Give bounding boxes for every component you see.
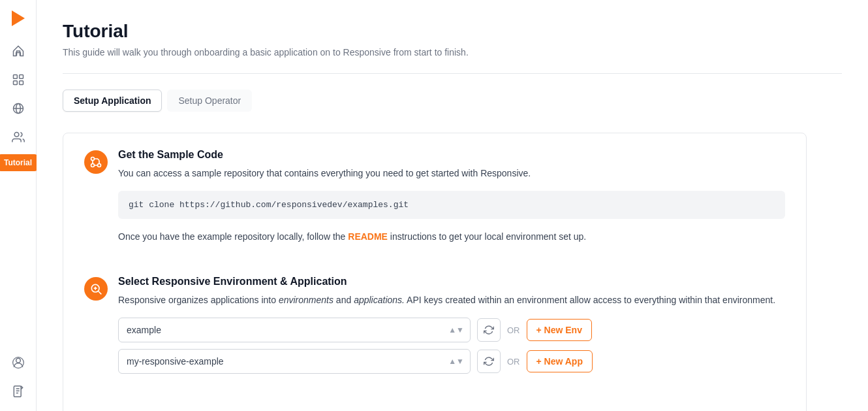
env-refresh-button[interactable]	[477, 318, 501, 342]
tab-bar: Setup Application Setup Operator	[63, 90, 842, 112]
svg-rect-4	[19, 81, 23, 85]
sidebar-item-globe[interactable]	[7, 97, 30, 120]
step-2-content: Select Responsive Environment & Applicat…	[118, 276, 785, 380]
svg-rect-2	[19, 75, 23, 79]
page-subtitle: This guide will walk you through onboard…	[63, 47, 842, 58]
svg-point-8	[14, 133, 19, 137]
step-2-description: Responsive organizes applications into e…	[118, 293, 785, 307]
step-1-title: Get the Sample Code	[118, 149, 785, 161]
step-2-title: Select Responsive Environment & Applicat…	[118, 276, 785, 288]
app-or-text: OR	[507, 357, 520, 367]
tutorial-button[interactable]: Tutorial	[0, 154, 39, 171]
tab-setup-application[interactable]: Setup Application	[63, 90, 162, 112]
step-select-environment: Select Responsive Environment & Applicat…	[84, 276, 785, 380]
desc-prefix: Responsive organizes applications into	[118, 295, 279, 305]
svg-marker-0	[12, 10, 25, 26]
env-select-row: example ▲▼ OR + New Env	[118, 318, 785, 342]
svg-rect-1	[13, 75, 17, 79]
new-env-button[interactable]: + New Env	[527, 319, 592, 341]
content-panel: Get the Sample Code You can access a sam…	[63, 133, 807, 411]
sidebar-item-tutorial[interactable]: Tutorial	[0, 154, 36, 171]
readme-link[interactable]: README	[348, 231, 388, 242]
sidebar-item-docs[interactable]	[7, 380, 30, 403]
new-app-button[interactable]: + New App	[527, 350, 593, 372]
step-get-sample-code: Get the Sample Code You can access a sam…	[84, 149, 785, 255]
app-select-wrapper: my-responsive-example ▲▼	[118, 349, 471, 374]
sidebar-item-grid[interactable]	[7, 68, 30, 91]
app-select-row: my-responsive-example ▲▼ OR + New App	[118, 349, 785, 374]
section-divider	[63, 73, 842, 74]
page-title: Tutorial	[63, 21, 842, 42]
sidebar-item-users[interactable]	[7, 125, 30, 149]
main-content: Tutorial This guide will walk you throug…	[37, 0, 868, 411]
desc-italic-2: applications.	[354, 295, 405, 305]
step-2-icon	[84, 277, 108, 301]
desc-middle: and	[333, 295, 354, 305]
svg-point-9	[16, 358, 20, 363]
desc-suffix: API keys created within an environment a…	[405, 295, 775, 305]
app-select[interactable]: my-responsive-example	[118, 349, 471, 374]
svg-rect-3	[13, 81, 17, 85]
code-block: git clone https://github.com/responsived…	[118, 191, 785, 219]
followup-text-2: instructions to get your local environme…	[388, 231, 586, 242]
env-select-wrapper: example ▲▼	[118, 318, 471, 342]
env-select[interactable]: example	[118, 318, 471, 342]
tab-setup-operator[interactable]: Setup Operator	[167, 90, 252, 112]
svg-rect-11	[14, 386, 21, 397]
app-refresh-button[interactable]	[477, 350, 501, 373]
desc-italic-1: environments	[279, 295, 333, 305]
svg-line-19	[99, 291, 102, 295]
step-1-icon	[84, 150, 108, 174]
step-1-content: Get the Sample Code You can access a sam…	[118, 149, 785, 255]
svg-point-17	[91, 164, 95, 167]
sidebar-logo	[8, 8, 29, 29]
step-1-followup: Once you have the example repository loc…	[118, 229, 785, 244]
svg-point-15	[98, 164, 101, 167]
step-1-description: You can access a sample repository that …	[118, 166, 785, 180]
env-or-text: OR	[507, 325, 520, 335]
sidebar-item-account[interactable]	[7, 351, 30, 374]
sidebar: Tutorial	[0, 0, 37, 411]
sidebar-item-home[interactable]	[7, 39, 30, 63]
followup-text: Once you have the example repository loc…	[118, 231, 348, 242]
svg-point-16	[91, 157, 95, 161]
